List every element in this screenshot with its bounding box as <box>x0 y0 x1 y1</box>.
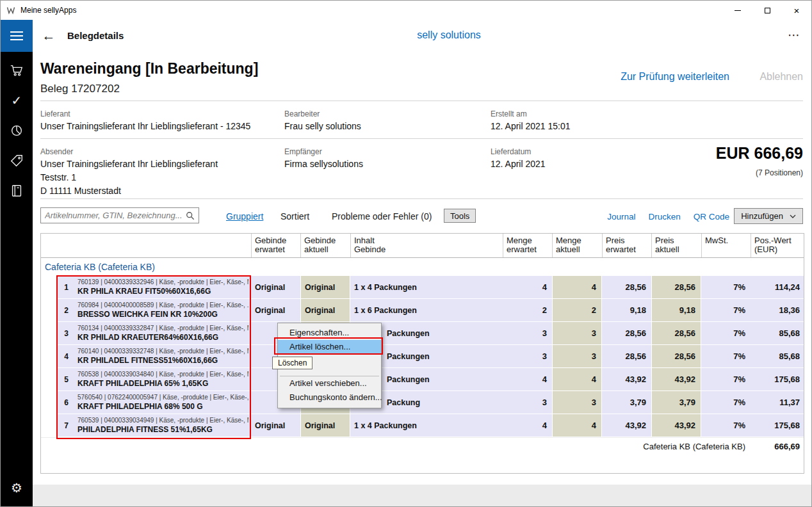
positions-table: Gebinde erwartet Gebinde aktuell Inhalt … <box>40 233 804 474</box>
drucken-link[interactable]: Drucken <box>648 212 680 221</box>
row-number: 7 <box>58 414 75 437</box>
cell-preis-erwartet: 28,56 <box>602 345 651 367</box>
cell-preis-aktuell[interactable]: 43,92 <box>651 414 701 437</box>
footer-total: 666,69 <box>751 442 805 451</box>
cell-menge-aktuell[interactable]: 2 <box>552 299 602 321</box>
back-button[interactable]: ← <box>39 27 58 45</box>
row-article-meta: 5760540 | 07622400005947 | Käse, -produk… <box>77 393 248 401</box>
bottom-strip <box>33 485 811 507</box>
table-row[interactable]: 7 760539 | 04000339034949 | Käse, -produ… <box>41 414 804 437</box>
tools-button[interactable]: Tools <box>444 209 476 223</box>
cell-preis-aktuell[interactable]: 3,79 <box>651 391 701 414</box>
row-article-meta: 760140 | 04000339332748 | Käse, -produkt… <box>77 347 248 355</box>
cell-preis-aktuell[interactable]: 28,56 <box>651 276 701 298</box>
col-header-gebinde-aktuell: Gebinde aktuell <box>300 234 350 257</box>
hamburger-icon <box>10 31 23 41</box>
row-description: 760140 | 04000339332748 | Käse, -produkt… <box>75 345 251 367</box>
page-title: Belegdetails <box>67 30 124 41</box>
row-number: 6 <box>58 391 75 414</box>
qr-code-link[interactable]: QR Code <box>694 212 729 221</box>
row-description: 760134 | 04000339332847 | Käse, -produkt… <box>75 322 251 344</box>
row-gutter <box>41 345 58 367</box>
group-header[interactable]: Cafeteria KB (Cafeteria KB) <box>41 258 804 276</box>
cell-preis-aktuell[interactable]: 43,92 <box>651 368 701 390</box>
lieferant-value: Unser Trainingslieferant Ihr Lieblingsli… <box>40 121 250 131</box>
cell-gebinde-aktuell[interactable]: Original <box>300 414 350 437</box>
sidebar-item-tasks[interactable]: ✓ <box>1 85 33 115</box>
search-icon[interactable] <box>186 211 195 220</box>
table-header-row: Gebinde erwartet Gebinde aktuell Inhalt … <box>41 234 804 258</box>
sidebar-item-statistics[interactable] <box>1 115 33 145</box>
table-row[interactable]: 6 5760540 | 07622400005947 | Käse, -prod… <box>41 391 804 414</box>
menu-item-artikel-verschieben[interactable]: Artikel verschieben... <box>278 376 381 390</box>
cell-menge-aktuell[interactable]: 4 <box>552 368 602 390</box>
cart-icon <box>10 63 24 77</box>
filter-gruppiert[interactable]: Gruppiert <box>226 211 263 221</box>
cell-gebinde-aktuell[interactable]: Original <box>300 299 350 321</box>
cell-menge-erwartet: 2 <box>503 299 552 321</box>
cell-pos-wert: 175,68 <box>751 414 805 437</box>
sidebar-item-tags[interactable] <box>1 145 33 175</box>
sidebar-item-settings[interactable]: ⚙ <box>1 472 33 503</box>
table-row[interactable]: 1 760139 | 04000339332946 | Käse, -produ… <box>41 276 804 299</box>
footer-group-label: Cafeteria KB (Cafeteria KB) <box>41 442 751 451</box>
erstellt-am-value: 12. April 2021 15:01 <box>491 121 571 131</box>
maximize-button[interactable] <box>752 1 782 20</box>
cell-mwst: 7% <box>701 345 751 367</box>
row-description: 760139 | 04000339332946 | Käse, -produkt… <box>75 276 251 298</box>
table-row[interactable]: 4 760140 | 04000339332748 | Käse, -produ… <box>41 345 804 368</box>
row-gutter <box>41 299 58 321</box>
cell-preis-erwartet: 43,92 <box>602 368 651 390</box>
hinzufuegen-button[interactable]: Hinzufügen <box>734 208 803 224</box>
cell-pos-wert: 175,68 <box>751 368 805 390</box>
menu-item-buchungskonto-aendern[interactable]: Buchungskonto ändern... <box>278 390 381 405</box>
cell-menge-aktuell[interactable]: 3 <box>552 345 602 367</box>
cell-menge-aktuell[interactable]: 3 <box>552 391 602 414</box>
bearbeiter-label: Bearbeiter <box>284 109 320 118</box>
menu-item-eigenschaften[interactable]: Eigenschaften... <box>278 326 381 340</box>
hamburger-menu-button[interactable] <box>1 20 33 52</box>
col-header-gebinde-erwartet: Gebinde erwartet <box>251 234 300 257</box>
cell-gebinde-aktuell[interactable]: Original <box>300 276 350 298</box>
table-row[interactable]: 2 760984 | 04000400008589 | Käse, -produ… <box>41 299 804 322</box>
sidebar-item-cart[interactable] <box>1 55 33 85</box>
cell-preis-aktuell[interactable]: 28,56 <box>651 322 701 344</box>
filter-probleme-fehler[interactable]: Probleme oder Fehler (0) <box>332 211 432 221</box>
menu-item-artikel-loeschen[interactable]: Artikel löschen... <box>278 340 381 354</box>
group-header-label: Cafeteria KB (Cafeteria KB) <box>45 262 155 272</box>
cell-preis-aktuell[interactable]: 9,18 <box>651 299 701 321</box>
filter-sortiert[interactable]: Sortiert <box>280 211 309 221</box>
forward-for-review-link[interactable]: Zur Prüfung weiterleiten <box>621 71 729 83</box>
close-button[interactable]: × <box>782 1 811 20</box>
cell-pos-wert: 114,24 <box>751 276 805 298</box>
empfaenger-value: Firma sellysolutions <box>284 159 363 169</box>
search-input[interactable] <box>45 211 186 220</box>
cell-preis-erwartet: 28,56 <box>602 322 651 344</box>
cell-mwst: 7% <box>701 368 751 390</box>
cell-menge-aktuell[interactable]: 4 <box>552 276 602 298</box>
cell-menge-aktuell[interactable]: 3 <box>552 322 602 344</box>
col-header-empty <box>41 234 58 257</box>
more-options-button[interactable]: ⋯ <box>788 28 800 42</box>
journal-link[interactable]: Journal <box>607 212 635 221</box>
absender-line2: Teststr. 1 <box>40 172 76 182</box>
cell-menge-erwartet: 4 <box>503 414 552 437</box>
minimize-button[interactable] <box>723 1 752 20</box>
cell-menge-erwartet: 4 <box>503 276 552 298</box>
cell-preis-aktuell[interactable]: 28,56 <box>651 345 701 367</box>
row-article-name: KR PHILA KRAEU FIT50%60X16,66G <box>77 286 248 296</box>
divider <box>40 198 803 199</box>
reject-link[interactable]: Ablehnen <box>759 71 803 83</box>
sidebar-item-journal[interactable] <box>1 175 33 205</box>
row-number: 5 <box>58 368 75 390</box>
document-title: Wareneingang [In Bearbeitung] <box>40 60 258 77</box>
cell-inhalt-gebinde: 1 x 6 Packungen <box>350 299 503 321</box>
cell-gebinde-erwartet: Original <box>251 299 300 321</box>
window-controls: × <box>723 1 811 20</box>
table-row[interactable]: 5 760538 | 04000339034840 | Käse, -produ… <box>41 368 804 391</box>
cell-menge-aktuell[interactable]: 4 <box>552 414 602 437</box>
col-header-menge-erwartet: Menge erwartet <box>503 234 552 257</box>
cell-inhalt-gebinde: 1 x 4 Packungen <box>350 276 503 298</box>
table-row[interactable]: 3 760134 | 04000339332847 | Käse, -produ… <box>41 322 804 345</box>
row-gutter <box>41 391 58 414</box>
